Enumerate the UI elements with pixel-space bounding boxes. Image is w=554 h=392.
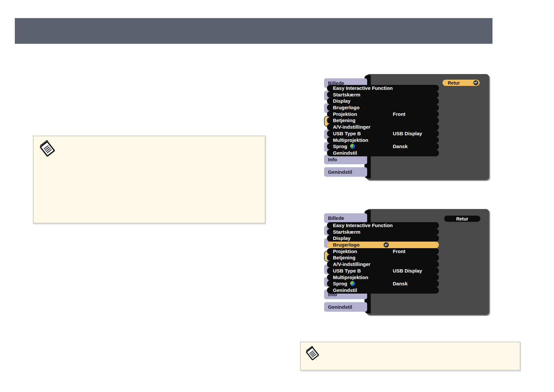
osd-item-display[interactable]: Display [327,98,439,104]
osd-item-startskaerm[interactable]: Startskærm [327,229,439,235]
notepad-icon [37,139,57,159]
notepad-icon [303,345,320,362]
osd-item-easy-interactive-function[interactable]: Easy Interactive Function [327,222,439,229]
osd-item-sprog[interactable]: Sprog Dansk [327,280,439,287]
osd-item-projektion[interactable]: Projektion Front [327,111,439,118]
osd-item-startskaerm[interactable]: Startskærm [327,91,439,98]
enter-icon: ↵ [384,242,389,248]
osd-item-genindstil[interactable]: Genindstil [327,287,439,294]
osd-tab-genindstil[interactable]: Genindstil [324,302,367,312]
note-box [33,136,265,223]
osd-item-brugerlogo-highlighted[interactable]: Brugerlogo ↵ [327,242,439,248]
osd-item-projektion[interactable]: Projektion Front [327,248,439,255]
note-box [300,342,520,371]
osd-tab-billede[interactable]: Billede [324,213,367,223]
osd-item-usb-type-b[interactable]: USB Type B USB Display [327,268,439,274]
projector-menu-screenshot-2: Billede Signal Indstillinger Udvidet ↵ N… [324,209,489,315]
globe-icon [350,144,355,149]
osd-item-betjening[interactable]: Betjening [327,254,439,261]
osd-item-av-indstillinger[interactable]: A/V-indstillinger [327,261,439,268]
page-header-bar [15,18,492,44]
osd-item-genindstil[interactable]: Genindstil [327,150,439,156]
osd-item-av-indstillinger[interactable]: A/V-indstillinger [327,124,439,130]
osd-menu-list: Easy Interactive Function Startskærm Dis… [327,222,439,294]
enter-icon: ↵ [473,80,478,85]
osd-item-betjening[interactable]: Betjening [327,117,439,124]
retur-button[interactable]: Retur ↵ [442,80,480,86]
osd-item-display[interactable]: Display [327,235,439,242]
osd-tab-genindstil[interactable]: Genindstil [324,167,367,177]
retur-button[interactable]: Retur [444,216,480,222]
osd-item-sprog[interactable]: Sprog Dansk [327,143,439,150]
osd-item-multiprojektion[interactable]: Multiprojektion [327,137,439,144]
manual-page: Billede Signal Indstillinger Udvidet ↵ N… [0,0,554,392]
osd-item-usb-type-b[interactable]: USB Type B USB Display [327,130,439,137]
osd-menu-list: Easy Interactive Function Startskærm Dis… [327,85,439,156]
projector-menu-screenshot-1: Billede Signal Indstillinger Udvidet ↵ N… [324,74,489,180]
osd-item-multiprojektion[interactable]: Multiprojektion [327,274,439,281]
globe-icon [350,281,355,286]
osd-item-easy-interactive-function[interactable]: Easy Interactive Function [327,85,439,91]
osd-item-brugerlogo[interactable]: Brugerlogo [327,104,439,111]
